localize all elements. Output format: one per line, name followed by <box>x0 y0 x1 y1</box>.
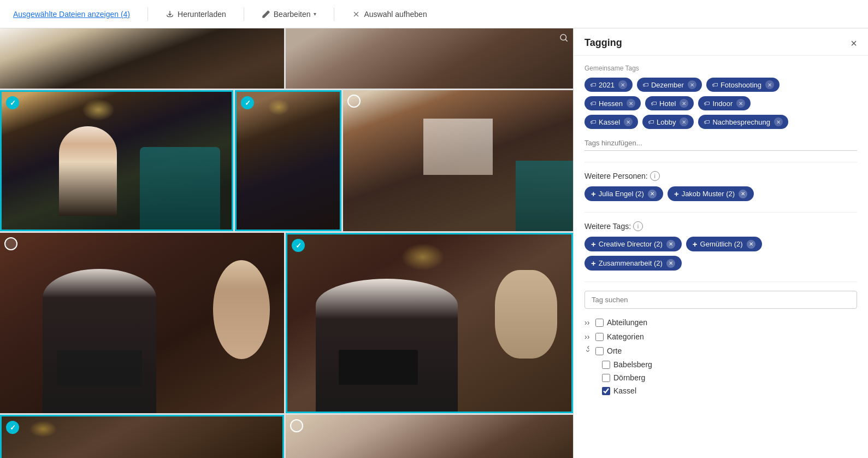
checkbox-abteilungen[interactable] <box>595 319 604 327</box>
chevron-kategorien[interactable]: › <box>584 332 592 341</box>
add-tag-input[interactable] <box>584 136 857 151</box>
extra-tag-remove-cd[interactable]: ✕ <box>666 240 675 249</box>
person-label: Jakob Muster (2) <box>682 190 735 198</box>
cancel-selection-button[interactable]: Auswahl aufheben <box>352 10 427 19</box>
grid-row-2 <box>0 90 573 231</box>
tag-hessen: 🏷 Hessen ✕ <box>584 96 641 110</box>
select-checkbox-9[interactable] <box>290 419 303 432</box>
grid-cell-7[interactable] <box>286 233 573 413</box>
select-checkbox-5[interactable] <box>347 95 361 108</box>
edit-label: Bearbeiten <box>274 10 311 19</box>
checkbox-orte[interactable] <box>595 347 604 355</box>
grid-cell-2[interactable] <box>286 28 573 89</box>
weitere-tags-info-icon[interactable]: i <box>633 221 643 231</box>
personen-info-icon[interactable]: i <box>650 171 660 181</box>
persons-row: + Julia Engel (2) ✕ + Jakob Muster (2) ✕ <box>584 186 857 201</box>
tree-item-abteilungen: › Abteilungen <box>584 315 857 330</box>
tag-remove-hotel[interactable]: ✕ <box>680 99 688 108</box>
divider-3 <box>584 281 857 282</box>
checkbox-kassel-tree[interactable] <box>602 387 610 395</box>
tag-search-input[interactable] <box>584 291 857 309</box>
tree-child-dornberg: Dörnberg <box>602 371 857 384</box>
tags-row-2: 🏷 Hessen ✕ 🏷 Hotel ✕ 🏷 Indoor ✕ <box>584 96 857 110</box>
select-checkbox-8[interactable] <box>6 421 19 434</box>
tag-indoor: 🏷 Indoor ✕ <box>698 96 751 110</box>
tag-gemutlich: + Gemütlich (2) ✕ <box>686 237 762 251</box>
photo-grid <box>0 28 573 458</box>
svg-point-2 <box>560 34 566 40</box>
grid-cell-4[interactable] <box>235 90 341 231</box>
grid-row-3 <box>0 233 573 413</box>
panel-body: Gemeinsame Tags 🏷 2021 ✕ 🏷 Dezember ✕ 🏷 <box>574 56 868 458</box>
tag-zusammenarbeit: + Zusammenarbeit (2) ✕ <box>584 256 682 271</box>
tag-fotoshooting: 🏷 Fotoshooting ✕ <box>706 78 780 92</box>
cancel-label: Auswahl aufheben <box>364 10 427 19</box>
cloud-download-icon <box>166 10 174 19</box>
extra-tag-label: Gemütlich (2) <box>700 240 743 248</box>
person-remove-jakob[interactable]: ✕ <box>739 190 747 198</box>
tag-lobby: 🏷 Lobby ✕ <box>642 115 694 129</box>
weitere-tags-section: Weitere Tags: i + Creative Director (2) … <box>584 221 857 271</box>
divider-1 <box>584 162 857 162</box>
tag-hotel: 🏷 Hotel ✕ <box>645 96 694 110</box>
grid-cell-9[interactable] <box>286 415 573 458</box>
tag-label: Fotoshooting <box>721 81 761 89</box>
grid-cell-8[interactable] <box>0 415 284 458</box>
tag-remove-hessen[interactable]: ✕ <box>627 99 635 108</box>
tag-nachbesprechung: 🏷 Nachbesprechung ✕ <box>698 115 788 129</box>
chevron-abteilungen[interactable]: › <box>584 318 592 327</box>
common-tags-label: Gemeinsame Tags <box>584 64 857 72</box>
pencil-icon <box>262 10 270 19</box>
download-button[interactable]: Herunterladen <box>166 10 226 19</box>
grid-row-4 <box>0 415 573 458</box>
extra-tag-remove-zus[interactable]: ✕ <box>666 259 675 268</box>
x-icon <box>352 10 361 19</box>
tag-remove-indoor[interactable]: ✕ <box>736 99 745 108</box>
panel-header: Tagging × <box>574 28 868 56</box>
common-tags-section: Gemeinsame Tags 🏷 2021 ✕ 🏷 Dezember ✕ 🏷 <box>584 64 857 151</box>
weitere-personen-label: Weitere Personen: <box>584 172 648 180</box>
grid-cell-6[interactable] <box>0 233 284 413</box>
show-selected-button[interactable]: Ausgewählte Dateien anzeigen (4) <box>13 10 130 19</box>
tag-remove-kassel[interactable]: ✕ <box>624 118 633 126</box>
tag-remove-lobby[interactable]: ✕ <box>680 118 688 126</box>
tag-label: 2021 <box>599 81 615 89</box>
checkbox-kategorien[interactable] <box>595 333 604 341</box>
tag-label: Indoor <box>712 99 733 108</box>
select-checkbox-6[interactable] <box>4 237 17 250</box>
panel-title: Tagging <box>584 37 622 49</box>
grid-cell-1[interactable] <box>0 28 284 89</box>
extra-tags-row-2: + Zusammenarbeit (2) ✕ <box>584 256 857 271</box>
extra-tags-row-1: + Creative Director (2) ✕ + Gemütlich (2… <box>584 237 857 251</box>
tag-dezember: 🏷 Dezember ✕ <box>637 78 702 92</box>
close-panel-button[interactable]: × <box>851 38 857 49</box>
tree-label-abteilungen: Abteilungen <box>607 318 647 327</box>
tree-item-orte: › Orte <box>584 344 857 358</box>
extra-tag-remove-gem[interactable]: ✕ <box>747 240 755 249</box>
tag-label: Hotel <box>659 99 676 108</box>
tag-tree: › Abteilungen › Kategorien › Orte <box>584 315 857 397</box>
person-julia: + Julia Engel (2) ✕ <box>584 186 663 201</box>
select-checkbox-3[interactable] <box>6 96 19 109</box>
chevron-orte[interactable]: › <box>584 347 593 355</box>
edit-button[interactable]: Bearbeiten ▾ <box>262 10 317 19</box>
tag-remove-dezember[interactable]: ✕ <box>688 80 696 89</box>
main-layout: Tagging × Gemeinsame Tags 🏷 2021 ✕ 🏷 Dez… <box>0 28 868 458</box>
person-remove-julia[interactable]: ✕ <box>648 190 657 198</box>
tag-remove-fotoshooting[interactable]: ✕ <box>765 80 774 89</box>
divider-2 <box>584 212 857 213</box>
checkbox-dornberg[interactable] <box>602 374 610 382</box>
tree-child-babelsberg: Babelsberg <box>602 358 857 371</box>
checkbox-babelsberg[interactable] <box>602 361 610 369</box>
tag-remove-nachbesprechung[interactable]: ✕ <box>774 118 783 126</box>
tag-label: Nachbesprechung <box>712 118 770 126</box>
select-checkbox-7[interactable] <box>292 239 305 252</box>
extra-tag-label: Zusammenarbeit (2) <box>599 259 663 267</box>
grid-cell-5[interactable] <box>343 90 573 231</box>
search-zoom-icon[interactable] <box>559 33 569 45</box>
tag-label: Dezember <box>651 81 684 89</box>
tag-remove-2021[interactable]: ✕ <box>618 80 627 89</box>
tag-label: Lobby <box>657 118 676 126</box>
grid-cell-3[interactable] <box>0 90 233 231</box>
select-checkbox-4[interactable] <box>241 96 254 109</box>
